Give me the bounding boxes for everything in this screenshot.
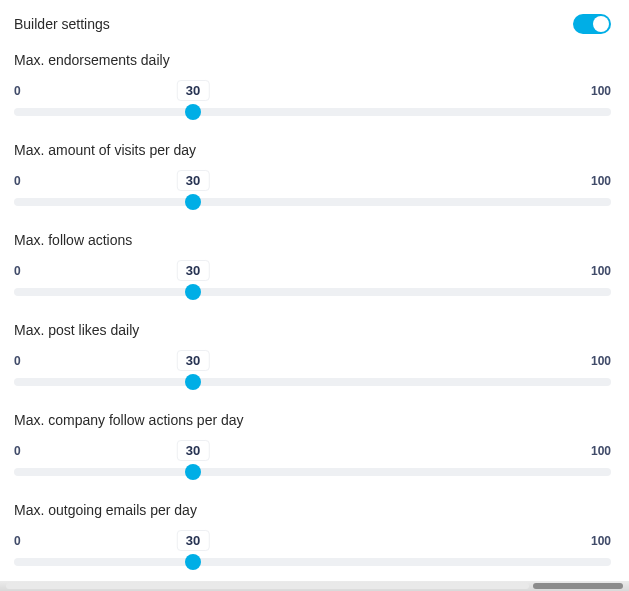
- slider-scale: 0 30 100: [14, 354, 611, 372]
- bottom-bar: [0, 581, 629, 591]
- slider-label: Max. follow actions: [14, 232, 611, 248]
- slider-visits: Max. amount of visits per day 0 30 100: [14, 142, 611, 206]
- slider-min: 0: [14, 264, 21, 278]
- slider-min: 0: [14, 84, 21, 98]
- slider-value-badge: 30: [177, 170, 209, 191]
- slider-max: 100: [591, 444, 611, 458]
- slider-value-badge: 30: [177, 350, 209, 371]
- slider-max: 100: [591, 534, 611, 548]
- slider-track[interactable]: [14, 378, 611, 386]
- slider-label: Max. company follow actions per day: [14, 412, 611, 428]
- slider-value-badge: 30: [177, 440, 209, 461]
- slider-thumb[interactable]: [185, 554, 201, 570]
- slider-thumb[interactable]: [185, 284, 201, 300]
- settings-panel: Builder settings Max. endorsements daily…: [0, 0, 629, 566]
- slider-thumb[interactable]: [185, 374, 201, 390]
- slider-label: Max. post likes daily: [14, 322, 611, 338]
- slider-max: 100: [591, 354, 611, 368]
- slider-track[interactable]: [14, 468, 611, 476]
- slider-track[interactable]: [14, 198, 611, 206]
- slider-follow-actions: Max. follow actions 0 30 100: [14, 232, 611, 296]
- slider-value-badge: 30: [177, 260, 209, 281]
- slider-thumb[interactable]: [185, 464, 201, 480]
- slider-max: 100: [591, 264, 611, 278]
- slider-min: 0: [14, 444, 21, 458]
- slider-label: Max. endorsements daily: [14, 52, 611, 68]
- builder-settings-toggle[interactable]: [573, 14, 611, 34]
- slider-scale: 0 30 100: [14, 84, 611, 102]
- slider-label: Max. amount of visits per day: [14, 142, 611, 158]
- slider-thumb[interactable]: [185, 194, 201, 210]
- slider-post-likes: Max. post likes daily 0 30 100: [14, 322, 611, 386]
- slider-min: 0: [14, 174, 21, 188]
- header-row: Builder settings: [14, 14, 611, 34]
- slider-scale: 0 30 100: [14, 534, 611, 552]
- slider-track[interactable]: [14, 288, 611, 296]
- slider-endorsements: Max. endorsements daily 0 30 100: [14, 52, 611, 116]
- slider-thumb[interactable]: [185, 104, 201, 120]
- slider-max: 100: [591, 174, 611, 188]
- slider-company-follow: Max. company follow actions per day 0 30…: [14, 412, 611, 476]
- slider-track[interactable]: [14, 108, 611, 116]
- slider-min: 0: [14, 354, 21, 368]
- slider-track[interactable]: [14, 558, 611, 566]
- slider-value-badge: 30: [177, 80, 209, 101]
- slider-outgoing-emails: Max. outgoing emails per day 0 30 100: [14, 502, 611, 566]
- slider-label: Max. outgoing emails per day: [14, 502, 611, 518]
- page-title: Builder settings: [14, 16, 110, 32]
- slider-min: 0: [14, 534, 21, 548]
- slider-scale: 0 30 100: [14, 444, 611, 462]
- slider-max: 100: [591, 84, 611, 98]
- slider-value-badge: 30: [177, 530, 209, 551]
- slider-scale: 0 30 100: [14, 174, 611, 192]
- slider-scale: 0 30 100: [14, 264, 611, 282]
